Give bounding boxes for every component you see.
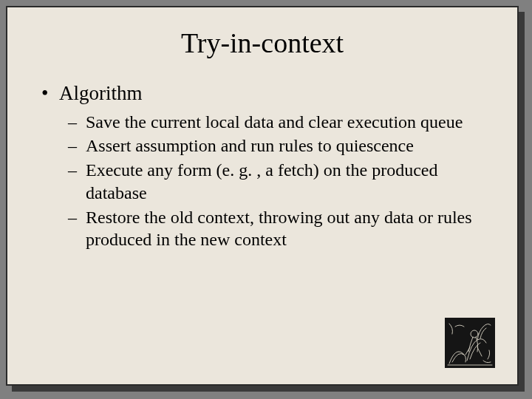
bullet-level2: Restore the old context, throwing out an… — [68, 206, 491, 251]
bullet-level2: Assert assumption and run rules to quies… — [68, 134, 491, 157]
svg-rect-0 — [445, 318, 495, 368]
decorative-engraving-icon — [445, 318, 495, 368]
bullet-level1-text: Algorithm — [59, 82, 143, 104]
bullet-level2: Execute any form (e. g. , a fetch) on th… — [68, 159, 491, 204]
bullet-level2-text: Assert assumption and run rules to quies… — [86, 136, 414, 155]
bullet-level2-text: Restore the old context, throwing out an… — [86, 208, 472, 250]
bullet-level1: Algorithm — [40, 81, 491, 106]
bullet-level2-text: Execute any form (e. g. , a fetch) on th… — [86, 160, 437, 202]
bullet-level2-text: Save the current local data and clear ex… — [86, 112, 463, 132]
bullet-level2: Save the current local data and clear ex… — [68, 111, 491, 134]
slide: Try-in-context Algorithm Save the curren… — [6, 6, 519, 386]
slide-title: Try-in-context — [34, 27, 491, 59]
